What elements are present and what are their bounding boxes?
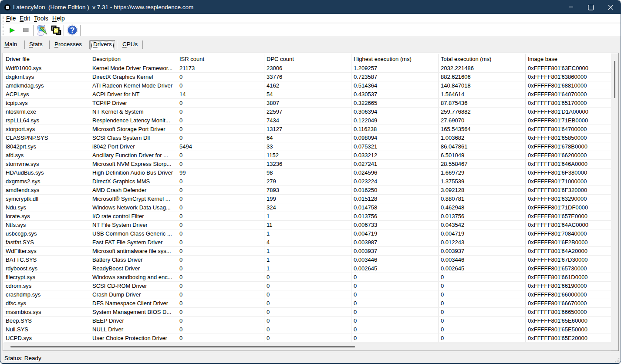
svg-text:?: ? [70, 26, 74, 34]
